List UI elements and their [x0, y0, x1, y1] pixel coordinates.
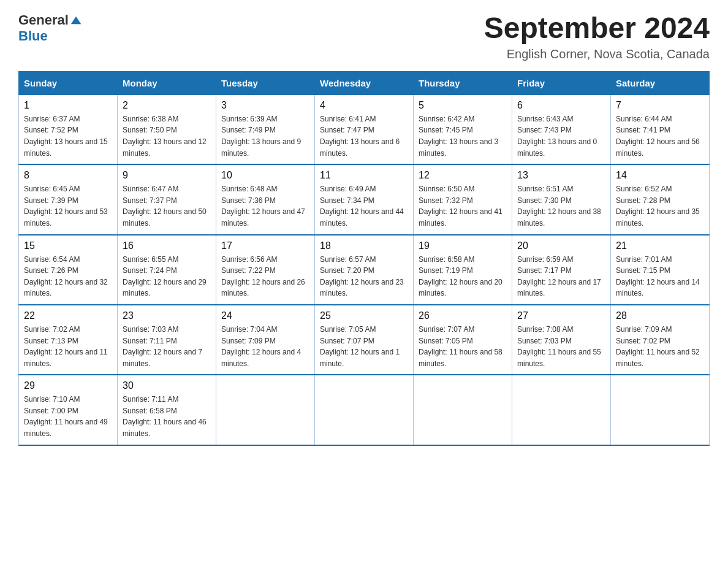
day-info: Sunrise: 6:52 AM Sunset: 7:28 PM Dayligh…	[616, 183, 704, 229]
day-info: Sunrise: 6:55 AM Sunset: 7:24 PM Dayligh…	[123, 254, 211, 299]
calendar-cell: 15 Sunrise: 6:54 AM Sunset: 7:26 PM Dayl…	[19, 235, 118, 305]
day-info: Sunrise: 6:45 AM Sunset: 7:39 PM Dayligh…	[24, 183, 112, 229]
calendar-cell: 2 Sunrise: 6:38 AM Sunset: 7:50 PM Dayli…	[118, 94, 216, 164]
logo-icon	[70, 14, 82, 26]
day-number: 11	[320, 170, 408, 181]
day-info: Sunrise: 6:39 AM Sunset: 7:49 PM Dayligh…	[221, 113, 309, 159]
page-header: General Blue September 2024 English Corn…	[18, 12, 710, 61]
calendar-cell: 7 Sunrise: 6:44 AM Sunset: 7:41 PM Dayli…	[611, 94, 710, 164]
calendar-cell: 22 Sunrise: 7:02 AM Sunset: 7:13 PM Dayl…	[19, 305, 118, 375]
title-block: September 2024 English Corner, Nova Scot…	[484, 12, 710, 61]
calendar-cell: 20 Sunrise: 6:59 AM Sunset: 7:17 PM Dayl…	[512, 235, 611, 305]
weekday-header-monday: Monday	[118, 71, 216, 94]
calendar-cell: 1 Sunrise: 6:37 AM Sunset: 7:52 PM Dayli…	[19, 94, 118, 164]
day-number: 23	[123, 310, 211, 321]
day-info: Sunrise: 7:09 AM Sunset: 7:02 PM Dayligh…	[616, 324, 704, 369]
calendar-cell: 4 Sunrise: 6:41 AM Sunset: 7:47 PM Dayli…	[315, 94, 414, 164]
day-info: Sunrise: 7:11 AM Sunset: 6:58 PM Dayligh…	[123, 394, 211, 439]
day-number: 16	[123, 240, 211, 251]
weekday-header-thursday: Thursday	[414, 71, 512, 94]
day-number: 9	[123, 170, 211, 181]
calendar-week-row: 8 Sunrise: 6:45 AM Sunset: 7:39 PM Dayli…	[19, 164, 710, 234]
calendar-cell: 30 Sunrise: 7:11 AM Sunset: 6:58 PM Dayl…	[118, 375, 216, 445]
calendar-week-row: 1 Sunrise: 6:37 AM Sunset: 7:52 PM Dayli…	[19, 94, 710, 164]
weekday-header-sunday: Sunday	[19, 71, 118, 94]
day-info: Sunrise: 6:44 AM Sunset: 7:41 PM Dayligh…	[616, 113, 704, 159]
day-number: 15	[24, 240, 112, 251]
calendar-cell: 9 Sunrise: 6:47 AM Sunset: 7:37 PM Dayli…	[118, 164, 216, 234]
calendar-cell: 28 Sunrise: 7:09 AM Sunset: 7:02 PM Dayl…	[611, 305, 710, 375]
calendar-week-row: 15 Sunrise: 6:54 AM Sunset: 7:26 PM Dayl…	[19, 235, 710, 305]
calendar-cell: 29 Sunrise: 7:10 AM Sunset: 7:00 PM Dayl…	[19, 375, 118, 445]
day-info: Sunrise: 6:54 AM Sunset: 7:26 PM Dayligh…	[24, 254, 112, 299]
calendar-cell: 12 Sunrise: 6:50 AM Sunset: 7:32 PM Dayl…	[414, 164, 512, 234]
calendar-cell: 13 Sunrise: 6:51 AM Sunset: 7:30 PM Dayl…	[512, 164, 611, 234]
calendar-cell: 14 Sunrise: 6:52 AM Sunset: 7:28 PM Dayl…	[611, 164, 710, 234]
day-number: 12	[419, 170, 507, 181]
calendar-cell	[512, 375, 611, 445]
day-info: Sunrise: 7:02 AM Sunset: 7:13 PM Dayligh…	[24, 324, 112, 369]
day-number: 26	[419, 310, 507, 321]
location-subtitle: English Corner, Nova Scotia, Canada	[484, 47, 710, 61]
calendar-cell: 18 Sunrise: 6:57 AM Sunset: 7:20 PM Dayl…	[315, 235, 414, 305]
logo-blue-text: Blue	[18, 28, 48, 44]
calendar-cell: 25 Sunrise: 7:05 AM Sunset: 7:07 PM Dayl…	[315, 305, 414, 375]
calendar-cell	[611, 375, 710, 445]
day-info: Sunrise: 6:37 AM Sunset: 7:52 PM Dayligh…	[24, 113, 112, 159]
day-number: 4	[320, 100, 408, 111]
calendar-cell: 6 Sunrise: 6:43 AM Sunset: 7:43 PM Dayli…	[512, 94, 611, 164]
day-info: Sunrise: 6:43 AM Sunset: 7:43 PM Dayligh…	[517, 113, 605, 159]
day-number: 25	[320, 310, 408, 321]
calendar-cell: 3 Sunrise: 6:39 AM Sunset: 7:49 PM Dayli…	[216, 94, 315, 164]
weekday-header-tuesday: Tuesday	[216, 71, 315, 94]
weekday-header-wednesday: Wednesday	[315, 71, 414, 94]
day-number: 1	[24, 100, 112, 111]
day-number: 29	[24, 380, 112, 391]
day-number: 28	[616, 310, 704, 321]
weekday-header-friday: Friday	[512, 71, 611, 94]
logo: General Blue	[18, 12, 82, 44]
day-info: Sunrise: 6:38 AM Sunset: 7:50 PM Dayligh…	[123, 113, 211, 159]
day-number: 6	[517, 100, 605, 111]
day-number: 13	[517, 170, 605, 181]
day-info: Sunrise: 6:59 AM Sunset: 7:17 PM Dayligh…	[517, 254, 605, 299]
logo-general-text: General	[18, 12, 69, 28]
day-number: 5	[419, 100, 507, 111]
calendar-table: SundayMondayTuesdayWednesdayThursdayFrid…	[18, 71, 710, 446]
calendar-body: 1 Sunrise: 6:37 AM Sunset: 7:52 PM Dayli…	[19, 94, 710, 445]
calendar-cell: 26 Sunrise: 7:07 AM Sunset: 7:05 PM Dayl…	[414, 305, 512, 375]
day-info: Sunrise: 6:48 AM Sunset: 7:36 PM Dayligh…	[221, 183, 309, 229]
day-info: Sunrise: 7:04 AM Sunset: 7:09 PM Dayligh…	[221, 324, 309, 369]
calendar-cell: 21 Sunrise: 7:01 AM Sunset: 7:15 PM Dayl…	[611, 235, 710, 305]
calendar-cell: 19 Sunrise: 6:58 AM Sunset: 7:19 PM Dayl…	[414, 235, 512, 305]
day-info: Sunrise: 7:08 AM Sunset: 7:03 PM Dayligh…	[517, 324, 605, 369]
calendar-cell	[216, 375, 315, 445]
day-info: Sunrise: 7:10 AM Sunset: 7:00 PM Dayligh…	[24, 394, 112, 439]
day-info: Sunrise: 6:56 AM Sunset: 7:22 PM Dayligh…	[221, 254, 309, 299]
calendar-cell: 23 Sunrise: 7:03 AM Sunset: 7:11 PM Dayl…	[118, 305, 216, 375]
weekday-header-saturday: Saturday	[611, 71, 710, 94]
day-number: 3	[221, 100, 309, 111]
day-info: Sunrise: 6:51 AM Sunset: 7:30 PM Dayligh…	[517, 183, 605, 229]
day-info: Sunrise: 7:07 AM Sunset: 7:05 PM Dayligh…	[419, 324, 507, 369]
calendar-header: SundayMondayTuesdayWednesdayThursdayFrid…	[19, 71, 710, 94]
day-info: Sunrise: 6:41 AM Sunset: 7:47 PM Dayligh…	[320, 113, 408, 159]
month-title: September 2024	[484, 12, 710, 45]
calendar-cell: 8 Sunrise: 6:45 AM Sunset: 7:39 PM Dayli…	[19, 164, 118, 234]
day-number: 18	[320, 240, 408, 251]
day-number: 10	[221, 170, 309, 181]
calendar-cell	[315, 375, 414, 445]
day-info: Sunrise: 6:47 AM Sunset: 7:37 PM Dayligh…	[123, 183, 211, 229]
day-number: 27	[517, 310, 605, 321]
day-number: 17	[221, 240, 309, 251]
calendar-cell: 17 Sunrise: 6:56 AM Sunset: 7:22 PM Dayl…	[216, 235, 315, 305]
calendar-cell: 5 Sunrise: 6:42 AM Sunset: 7:45 PM Dayli…	[414, 94, 512, 164]
calendar-cell: 24 Sunrise: 7:04 AM Sunset: 7:09 PM Dayl…	[216, 305, 315, 375]
day-number: 2	[123, 100, 211, 111]
calendar-cell: 27 Sunrise: 7:08 AM Sunset: 7:03 PM Dayl…	[512, 305, 611, 375]
calendar-cell	[414, 375, 512, 445]
day-info: Sunrise: 7:05 AM Sunset: 7:07 PM Dayligh…	[320, 324, 408, 369]
calendar-cell: 16 Sunrise: 6:55 AM Sunset: 7:24 PM Dayl…	[118, 235, 216, 305]
day-number: 22	[24, 310, 112, 321]
day-number: 14	[616, 170, 704, 181]
